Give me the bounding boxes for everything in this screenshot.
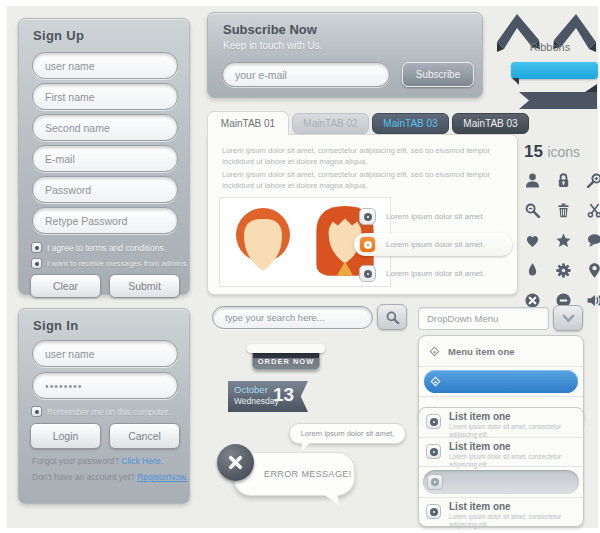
lock-icon[interactable] — [553, 170, 573, 190]
tooltip-text: Lorem ipsum dolor sit amet, — [301, 429, 395, 438]
terms-label: I agree to terms and conditions. — [47, 243, 166, 253]
tab-content-panel: Lorem ipsum dolor sit amet, consectetur … — [207, 134, 518, 295]
signup-title: Sign Up — [33, 28, 84, 43]
signup-password-input[interactable]: Password — [32, 176, 178, 203]
register-text: Don't have an account yet? — [32, 472, 135, 482]
content-paragraph: Lorem ipsum dolor sit amet, consectetur … — [222, 145, 508, 169]
signup-email-input[interactable]: E-mail — [32, 145, 178, 172]
list-item[interactable]: List item one Lorem ipsum dolor sit amet… — [419, 408, 583, 437]
list-item-subtitle: Lorem ipsum dolor sit amet, consectetur … — [449, 513, 577, 528]
submit-button[interactable]: Submit — [109, 274, 180, 298]
login-button[interactable]: Login — [30, 423, 101, 449]
signup-firstname-input[interactable]: First name — [32, 83, 178, 110]
diamond-icon — [430, 346, 440, 356]
list-item[interactable]: List item one Lorem ipsum dolor sit amet… — [419, 497, 583, 526]
order-now-label: ORDER NOW — [258, 357, 315, 366]
forgot-link[interactable]: Click Here. — [121, 456, 163, 466]
password-placeholder: Password — [45, 184, 91, 196]
chevron-down-icon — [562, 313, 575, 324]
content-list-item-active[interactable]: Lorem ipsum dolor sit amet. — [354, 233, 512, 256]
subscribe-email-input[interactable]: your e-mail — [222, 62, 390, 87]
gear-icon[interactable] — [553, 260, 573, 280]
trash-icon[interactable] — [553, 200, 573, 220]
content-list-label: Lorem ipsum dolor sit amet. — [386, 269, 485, 278]
dropdown-button[interactable] — [553, 305, 583, 331]
heart-icon[interactable] — [522, 230, 542, 250]
map-marker-icon[interactable] — [584, 260, 600, 280]
remember-label: Remember me on this computer. — [47, 407, 170, 417]
error-text: ERROR MESSAGE! — [264, 469, 352, 479]
menu-selected-pill — [424, 370, 578, 393]
star-icon[interactable] — [553, 230, 573, 250]
firstname-placeholder: First name — [45, 91, 95, 103]
bullet-icon[interactable] — [359, 265, 376, 282]
zoom-in-icon[interactable] — [584, 170, 600, 190]
content-list-item[interactable]: Lorem ipsum dolor sit amet. — [354, 262, 512, 285]
search-placeholder: type your search here... — [225, 312, 325, 323]
diamond-icon — [431, 377, 441, 387]
menu-item-one[interactable]: Menu item one — [419, 336, 583, 366]
signin-password-input[interactable]: •••••••• — [32, 372, 178, 399]
messages-checkbox[interactable] — [31, 258, 42, 269]
bullet-icon — [427, 474, 443, 490]
content-list-label: Lorem ipsum dolor sit amet. — [386, 212, 485, 221]
list-item-title: List item one — [449, 501, 577, 513]
ribbons-label: Ribbons — [518, 41, 582, 53]
tab-label: MainTAB 03 — [383, 118, 437, 129]
signup-username-input[interactable]: user name — [32, 52, 178, 79]
menu-item-label: Menu item one — [448, 346, 515, 357]
signup-retype-password-input[interactable]: Retype Password — [32, 207, 178, 234]
bullet-orange-icon[interactable] — [359, 236, 376, 253]
messages-checkbox-row: I want to receive messages from admins. — [31, 258, 189, 269]
male-avatar — [224, 204, 302, 284]
subscribe-button[interactable]: Subscribe — [402, 62, 474, 87]
clear-button[interactable]: Clear — [30, 274, 101, 298]
subscribe-panel: Subscribe Now Keep in touch with Us. you… — [207, 12, 483, 98]
tab-maintab-03-dark[interactable]: MainTAB 03 — [452, 113, 529, 134]
tab-maintab-01[interactable]: MainTAB 01 — [207, 111, 289, 135]
content-list-label: Lorem ipsum dolor sit amet. — [386, 240, 485, 249]
date-badge: October Wednesday 13 — [228, 381, 308, 412]
zoom-out-icon[interactable] — [522, 200, 542, 220]
error-close-badge[interactable] — [217, 444, 254, 481]
pin-icon[interactable] — [522, 260, 542, 280]
tab-maintab-03[interactable]: MainTAB 03 — [372, 113, 449, 134]
content-list-item[interactable]: Lorem ipsum dolor sit amet. — [354, 205, 512, 228]
tooltip-bubble: Lorem ipsum dolor sit amet, — [289, 423, 406, 444]
signup-secondname-input[interactable]: Second name — [32, 114, 178, 141]
icons-section-title: 15 icons — [524, 142, 580, 162]
remember-checkbox-row: Remember me on this computer. — [31, 406, 170, 417]
icons-count: 15 — [524, 142, 543, 161]
search-icon — [385, 310, 400, 325]
signin-username-placeholder: user name — [45, 348, 95, 360]
messages-label: I want to receive messages from admins. — [47, 259, 189, 268]
blue-ribbon — [511, 62, 598, 79]
user-icon[interactable] — [522, 170, 542, 190]
signin-password-value: •••••••• — [45, 380, 82, 392]
secondname-placeholder: Second name — [45, 122, 110, 134]
list-item-title: List item one — [449, 411, 577, 423]
list-item[interactable]: List item one Lorem ipsum dolor sit amet… — [419, 437, 583, 466]
username-placeholder: user name — [45, 60, 95, 72]
dropdown-field[interactable]: DropDown Menu — [418, 307, 549, 330]
volume-icon[interactable] — [584, 290, 600, 310]
list-item-selected[interactable] — [419, 466, 583, 497]
remember-checkbox[interactable] — [31, 406, 42, 417]
cancel-button[interactable]: Cancel — [109, 423, 180, 449]
order-now-ribbon[interactable]: ORDER NOW — [252, 350, 320, 370]
tab-label: MainTAB 03 — [463, 118, 517, 129]
search-button[interactable] — [377, 304, 407, 330]
list-group: List item one Lorem ipsum dolor sit amet… — [418, 407, 584, 527]
signin-username-input[interactable]: user name — [32, 340, 178, 367]
register-link[interactable]: RegisterNow. — [137, 472, 188, 482]
terms-checkbox[interactable] — [31, 242, 42, 253]
scissors-icon[interactable] — [584, 200, 600, 220]
tab-maintab-02[interactable]: MainTAB 02 — [292, 113, 369, 134]
menu-item-two-selected[interactable] — [419, 366, 583, 396]
search-input[interactable]: type your search here... — [212, 306, 373, 329]
list-selected-pill — [423, 470, 579, 494]
order-ribbon-strip — [247, 344, 325, 353]
date-month: October — [234, 384, 268, 395]
chat-bubble-icon[interactable] — [584, 230, 600, 250]
bullet-icon[interactable] — [359, 208, 376, 225]
